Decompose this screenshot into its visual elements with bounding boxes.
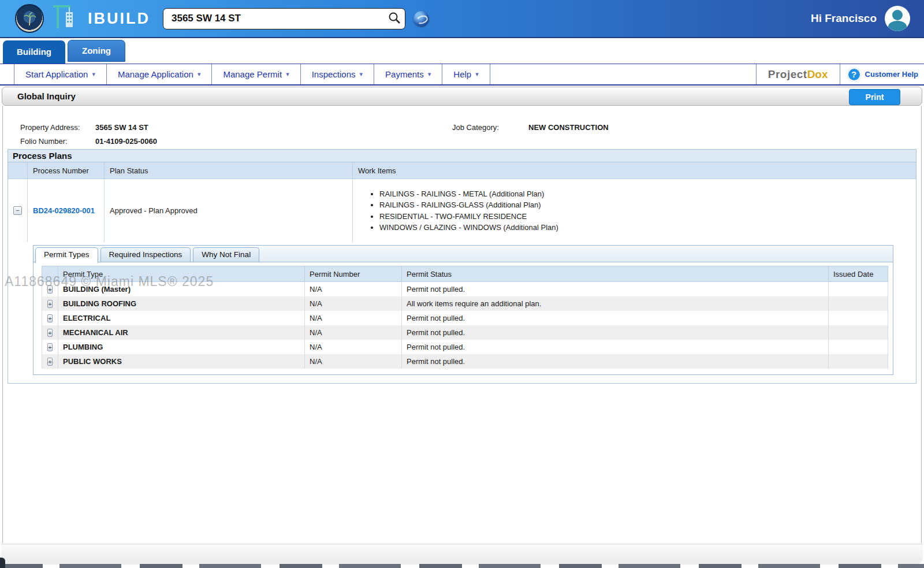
taskbar-sliver: [0, 564, 924, 568]
menu-item-start-application[interactable]: Start Application▾: [14, 64, 107, 84]
process-plans-header-row: Process NumberPlan StatusWork Items: [8, 162, 916, 179]
tab-permit-types[interactable]: Permit Types: [35, 247, 98, 263]
process-column-header: Process Number: [27, 162, 104, 179]
detail-tab-strip: Permit TypesRequired InspectionsWhy Not …: [33, 246, 893, 262]
permit-row: +BUILDING ROOFINGN/AAll work items requi…: [42, 296, 888, 311]
permit-number-cell: N/A: [305, 296, 402, 311]
menu-item-label: Manage Permit: [223, 69, 282, 79]
tab-zoning[interactable]: Zoning: [68, 40, 125, 62]
plan-status-cell: Approved - Plan Approved: [104, 179, 352, 242]
main-tab-strip: BuildingZoning: [0, 38, 924, 64]
expand-icon[interactable]: +: [47, 314, 52, 322]
customer-help-link[interactable]: ? Customer Help: [840, 64, 924, 84]
search-icon: [388, 12, 401, 24]
process-collapse-cell: −: [8, 179, 27, 242]
process-column-header: Work Items: [352, 162, 916, 179]
menu-item-manage-application[interactable]: Manage Application▾: [107, 64, 212, 84]
work-item: RESIDENTIAL - TWO-FAMILY RESIDENCE: [379, 211, 558, 222]
menu-item-payments[interactable]: Payments▾: [374, 64, 442, 84]
issued-date-cell: [829, 325, 888, 340]
search-input[interactable]: [163, 8, 405, 29]
expand-icon[interactable]: +: [47, 329, 52, 337]
process-plans-title: Process Plans: [8, 150, 916, 162]
permit-number-cell: N/A: [305, 311, 402, 325]
permit-status-cell: Permit not pulled.: [402, 325, 829, 340]
permit-status-cell: Permit not pulled.: [402, 354, 829, 369]
tab-required-inspections[interactable]: Required Inspections: [100, 247, 191, 262]
print-button[interactable]: Print: [849, 89, 900, 105]
process-number-link[interactable]: BD24-029820-001: [33, 206, 95, 215]
avatar[interactable]: [885, 6, 910, 31]
projectdox-label-part2: Dox: [807, 68, 828, 81]
page-title-bar: Global Inquiry Print: [2, 87, 922, 106]
projectdox-link[interactable]: ProjectDox: [756, 64, 840, 84]
permit-row: +PUBLIC WORKSN/APermit not pulled.: [42, 354, 888, 369]
permit-types-table: Permit TypePermit NumberPermit StatusIss…: [42, 266, 888, 369]
process-plans-section: Process Plans Process NumberPlan StatusW…: [8, 149, 916, 384]
collapse-icon[interactable]: −: [13, 206, 22, 215]
customer-help-label: Customer Help: [865, 70, 918, 79]
menu-item-inspections[interactable]: Inspections▾: [301, 64, 374, 84]
work-item: WINDOWS / GLAZING - WINDOWS (Additional …: [379, 222, 558, 233]
permit-status-cell: Permit not pulled.: [402, 311, 829, 325]
process-header-spacer: [8, 162, 27, 179]
property-address-value: 3565 SW 14 ST: [95, 123, 148, 132]
chevron-down-icon: ▾: [286, 70, 289, 78]
permit-type-cell: BUILDING ROOFING: [58, 296, 305, 311]
menu-item-help[interactable]: Help▾: [442, 64, 490, 84]
menu-items: Start Application▾Manage Application▾Man…: [0, 64, 490, 84]
permit-number-cell: N/A: [305, 354, 402, 369]
permit-status-cell: Permit not pulled.: [402, 340, 829, 354]
job-category-label: Job Category:: [452, 123, 528, 132]
page-bottom-strip: [1, 544, 923, 565]
permit-expand-cell: +: [42, 325, 58, 340]
chevron-down-icon: ▾: [475, 70, 479, 78]
folio-number-label: Folio Number:: [20, 137, 95, 146]
search-button[interactable]: [386, 10, 403, 27]
tab-why-not-final[interactable]: Why Not Final: [193, 247, 259, 262]
permit-column-header: Permit Status: [402, 266, 829, 282]
job-category-value: NEW CONSTRUCTION: [528, 123, 609, 132]
palm-tree-icon: [24, 12, 36, 27]
permit-expand-cell: +: [42, 340, 58, 354]
expand-icon[interactable]: +: [47, 285, 52, 294]
menu-item-manage-permit[interactable]: Manage Permit▾: [212, 64, 300, 84]
permit-row: +PLUMBINGN/APermit not pulled.: [42, 340, 888, 354]
bottom-left-corner: [0, 558, 5, 568]
ibuild-crane-logo-icon: [52, 4, 82, 33]
permit-type-cell: ELECTRICAL: [58, 311, 305, 325]
permit-type-cell: PLUMBING: [58, 340, 305, 354]
issued-date-cell: [829, 296, 888, 311]
work-item: RAILINGS - RAILINGS - METAL (Additional …: [379, 188, 558, 200]
app-header: IBUILD Hi Francisco: [0, 0, 924, 38]
permit-column-header: Permit Number: [305, 266, 402, 282]
expand-icon[interactable]: +: [47, 358, 52, 366]
chevron-down-icon: ▾: [198, 70, 201, 78]
process-plan-row: −BD24-029820-001Approved - Plan Approved…: [8, 179, 916, 242]
tab-building[interactable]: Building: [3, 40, 65, 64]
property-summary: Property Address: 3565 SW 14 ST Folio Nu…: [3, 106, 921, 149]
question-mark-icon: ?: [847, 68, 861, 81]
menu-item-label: Payments: [385, 69, 424, 79]
menu-item-label: Help: [453, 69, 471, 79]
permit-expand-cell: +: [42, 282, 58, 296]
city-of-miami-seal-icon: [15, 4, 44, 33]
permit-column-header: Permit Type: [58, 266, 305, 282]
expand-icon[interactable]: +: [47, 343, 52, 351]
permit-type-cell: PUBLIC WORKS: [58, 354, 305, 369]
user-greeting: Hi Francisco: [811, 12, 877, 25]
work-items-list: RAILINGS - RAILINGS - METAL (Additional …: [358, 188, 558, 233]
expand-icon[interactable]: +: [47, 300, 52, 308]
menu-bar: Start Application▾Manage Application▾Man…: [0, 64, 924, 86]
work-items-cell: RAILINGS - RAILINGS - METAL (Additional …: [352, 179, 916, 242]
address-search: [163, 8, 405, 29]
permit-row: +BUILDING (Master)N/APermit not pulled.: [42, 282, 888, 296]
permit-expand-cell: +: [42, 296, 58, 311]
menu-item-label: Inspections: [312, 69, 356, 79]
permit-detail-box: Permit TypesRequired InspectionsWhy Not …: [33, 245, 893, 375]
work-item: RAILINGS - RAILINGS-GLASS (Additional Pl…: [379, 199, 558, 211]
property-address-label: Property Address:: [20, 123, 95, 132]
permit-row: +MECHANICAL AIRN/APermit not pulled.: [42, 325, 888, 340]
globe-icon[interactable]: [413, 11, 429, 27]
permit-number-cell: N/A: [305, 340, 402, 354]
